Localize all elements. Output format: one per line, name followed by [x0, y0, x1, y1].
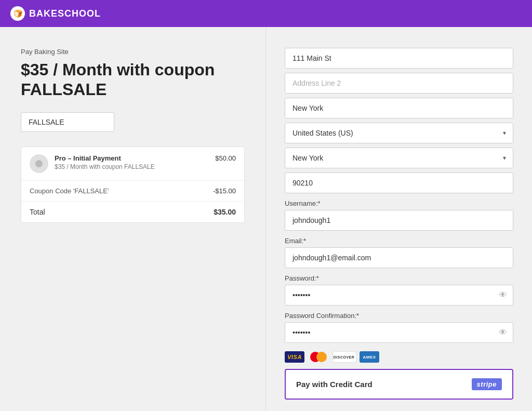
price-heading-line1: $35 / Month with coupon	[21, 60, 215, 79]
address1-input[interactable]	[285, 48, 513, 69]
zip-field	[285, 173, 513, 193]
pay-button[interactable]: Pay with Credit Card stripe	[285, 369, 513, 400]
amex-icon: AMEX	[360, 351, 379, 363]
username-field	[285, 210, 513, 231]
coupon-input[interactable]	[21, 112, 114, 132]
total-row: Total $35.00	[21, 202, 244, 222]
order-amount: $50.00	[215, 154, 236, 162]
mastercard-icon	[308, 351, 329, 363]
password-confirm-eye-icon[interactable]: 👁	[499, 328, 507, 337]
left-panel: Pay Baking Site $35 / Month with coupon …	[0, 27, 266, 411]
order-summary: Pro – Initial Payment $35 / Month with c…	[21, 147, 245, 223]
logo-icon: 🍞	[10, 6, 25, 21]
password-eye-icon[interactable]: 👁	[499, 290, 507, 300]
city-input[interactable]	[285, 98, 513, 118]
username-input[interactable]	[285, 210, 513, 231]
logo-text: BAKESCHOOL	[29, 8, 101, 19]
product-info: Pro – Initial Payment $35 / Month with c…	[55, 154, 209, 170]
city-field	[285, 98, 513, 118]
product-name: Pro – Initial Payment	[55, 154, 209, 162]
address1-field	[285, 48, 513, 69]
password-input[interactable]	[285, 285, 513, 306]
password-field: 👁	[285, 285, 513, 306]
country-select[interactable]: United States (US)	[285, 123, 513, 143]
email-label: Email:*	[285, 237, 513, 245]
password-label: Password:*	[285, 274, 513, 282]
product-sub: $35 / Month with coupon FALLSALE	[55, 163, 209, 170]
email-input[interactable]	[285, 247, 513, 268]
discover-icon: DISCOVER	[332, 351, 356, 363]
email-field	[285, 247, 513, 268]
coupon-label: Coupon Code 'FALLSALE'	[30, 187, 109, 195]
username-label: Username:*	[285, 200, 513, 207]
main-layout: Pay Baking Site $35 / Month with coupon …	[0, 27, 532, 411]
coupon-discount: -$15.00	[213, 187, 236, 195]
price-heading: $35 / Month with coupon FALLSALE	[21, 60, 245, 100]
zip-input[interactable]	[285, 173, 513, 193]
state-select[interactable]: New York	[285, 148, 513, 168]
card-logos: VISA DISCOVER AMEX	[285, 351, 513, 363]
password-confirm-input[interactable]	[285, 322, 513, 343]
svg-point-0	[35, 160, 43, 167]
state-wrapper: New York ▾	[285, 148, 513, 168]
visa-icon: VISA	[285, 351, 304, 363]
total-label: Total	[30, 208, 45, 216]
address2-field	[285, 73, 513, 94]
product-icon	[30, 154, 48, 173]
address2-input[interactable]	[285, 73, 513, 94]
password-confirm-label: Password Confirmation:*	[285, 312, 513, 320]
password-confirm-field: 👁	[285, 322, 513, 343]
price-heading-line2: FALLSALE	[21, 80, 107, 99]
pay-label: Pay Baking Site	[21, 48, 245, 56]
total-amount: $35.00	[214, 208, 236, 216]
pay-button-text: Pay with Credit Card	[296, 380, 373, 389]
country-wrapper: United States (US) ▾	[285, 123, 513, 143]
stripe-badge: stripe	[472, 378, 502, 390]
logo-container: 🍞 BAKESCHOOL	[10, 6, 101, 21]
header: 🍞 BAKESCHOOL	[0, 0, 532, 27]
coupon-row: Coupon Code 'FALLSALE' -$15.00	[21, 181, 244, 202]
order-item-row: Pro – Initial Payment $35 / Month with c…	[21, 147, 244, 181]
right-panel: United States (US) ▾ New York ▾ Username…	[266, 27, 532, 411]
